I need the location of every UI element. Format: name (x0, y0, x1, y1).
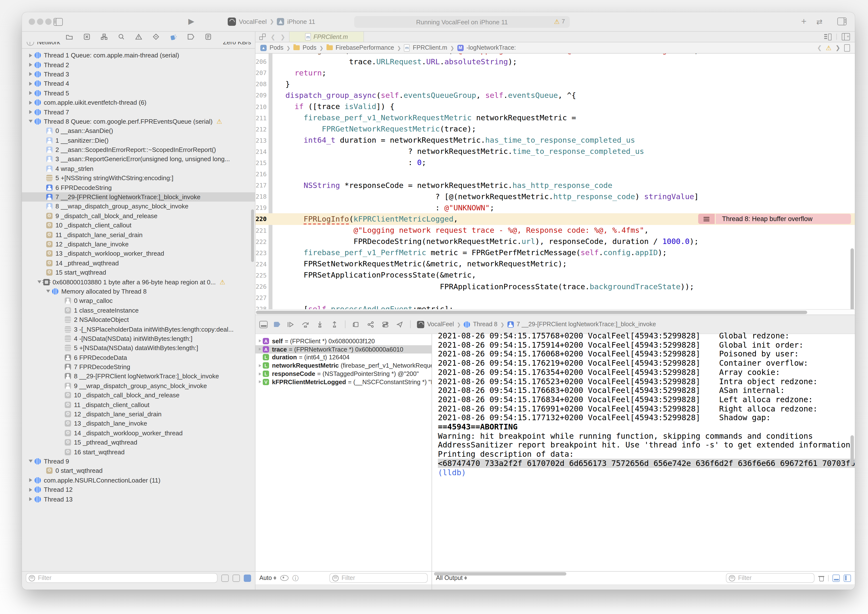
stack-frame-row[interactable]: 8 __wrap_dispatch_group_async_block_invo… (22, 202, 255, 211)
disclosure-right-icon[interactable] (28, 479, 34, 482)
memory-graph-icon[interactable] (366, 321, 375, 328)
variable-row[interactable]: LnetworkRequestMetric(firebase_perf_v1_N… (256, 362, 432, 370)
breadcrumb-file[interactable]: FPRClient.m (413, 44, 447, 51)
variable-row[interactable]: Aself= (FPRClient *) 0x60800003f120 (256, 337, 432, 345)
inspector-toggle-icon[interactable] (837, 17, 846, 25)
editor-options-icon[interactable] (824, 34, 831, 40)
code-line[interactable]: 207 return; (256, 67, 855, 78)
step-out-icon[interactable] (330, 321, 339, 328)
editor-hscrollbar[interactable] (256, 309, 855, 314)
code-line[interactable]: 218 ? [@(networkRequestMetric.http_respo… (256, 191, 855, 202)
disclosure-right-icon[interactable] (28, 101, 34, 104)
code-line[interactable]: 225 FPRSetApplicationProcessState(&metri… (256, 270, 855, 281)
code-line[interactable]: 217 NSString *responseCode = networkRequ… (256, 180, 855, 191)
navigator-toggle-icon[interactable] (54, 18, 63, 26)
disclosure-right-icon[interactable] (257, 372, 263, 375)
stack-frame-row[interactable]: 6 FPRDecodeString (22, 183, 255, 192)
code-line[interactable]: 219 : @"UNKNOWN"; (256, 202, 855, 213)
stack-frame-row[interactable]: 0x608000103880 1 byte after a 96-byte he… (22, 277, 255, 287)
stack-frame-row[interactable]: 9 _dispatch_call_block_and_release (22, 211, 255, 221)
show-only-running-icon[interactable] (232, 574, 240, 581)
simulate-location-icon[interactable] (395, 321, 404, 328)
stack-frame-row[interactable]: 9 __wrap_dispatch_group_async_block_invo… (22, 381, 255, 390)
code-line[interactable]: 215 : 0; (256, 157, 855, 168)
thread-row[interactable]: Thread 2 (22, 60, 255, 70)
stack-frame-row[interactable]: 11 _dispatch_lane_serial_drain (22, 230, 255, 239)
variables-scope-select[interactable]: Auto (259, 575, 276, 581)
stack-frame-row[interactable]: 13 _dispatch_lane_invoke (22, 419, 255, 428)
show-variables-pane-icon[interactable] (832, 574, 840, 581)
breadcrumb-pods-group[interactable]: Pods (303, 44, 316, 51)
console-hscrollbar[interactable] (434, 572, 566, 575)
counterpart-doc-icon[interactable] (844, 44, 850, 51)
variable-row[interactable]: Lduration= (int64_t) 126404 (256, 353, 432, 362)
code-line[interactable]: 209 dispatch_group_async(self.eventsQueu… (256, 90, 855, 101)
stack-frame-row[interactable]: 2 NSAllocateObject (22, 315, 255, 325)
disclosure-right-icon[interactable] (28, 110, 34, 114)
stack-frame-row[interactable]: 5 +[NSString stringWithCString:encoding:… (22, 173, 255, 183)
show-console-pane-icon[interactable] (844, 574, 851, 581)
thread-row[interactable]: Memory allocated by Thread 8 (22, 287, 255, 296)
console-mode-select[interactable]: All Output (436, 575, 467, 581)
code-line[interactable]: 213 int64_t duration = networkRequestMet… (256, 135, 855, 146)
stack-frame-row[interactable]: 12 _dispatch_lane_invoke (22, 239, 255, 249)
disclosure-right-icon[interactable] (257, 340, 263, 342)
variables-filter-input[interactable] (341, 574, 425, 582)
test-navigator-icon[interactable] (153, 34, 159, 40)
symbol-navigator-icon[interactable] (101, 34, 107, 40)
zoom-window-button[interactable] (45, 19, 51, 25)
stack-frame-row[interactable]: 4 -[NSData(NSData) initWithBytes:length:… (22, 334, 255, 343)
source-control-navigator-icon[interactable] (84, 34, 90, 40)
stack-frame-row[interactable]: 2 __asan::ScopedInErrorReport::~ScopedIn… (22, 145, 255, 155)
stack-frame-row[interactable]: 1 class_createInstance (22, 306, 255, 315)
code-line[interactable]: 223 firebase_perf_v1_PerfMetric metric =… (256, 247, 855, 258)
environment-overrides-icon[interactable] (381, 321, 389, 328)
stack-frame-row[interactable]: 0 wrap_calloc (22, 296, 255, 306)
step-into-icon[interactable] (316, 321, 324, 328)
disclosure-right-icon[interactable] (28, 91, 34, 95)
console-filter-input[interactable] (737, 574, 812, 582)
code-line[interactable]: 208 } (256, 79, 855, 90)
thread-row[interactable]: Thread 9 (22, 457, 255, 466)
disclosure-right-icon[interactable] (257, 348, 263, 351)
stack-frame-row[interactable]: 0 __asan::AsanDie() (22, 126, 255, 135)
code-line[interactable]: 227 (256, 292, 855, 303)
scheme-selector[interactable]: VocalFeel ❯ iPhone 11 (228, 17, 315, 26)
stack-frame-row[interactable]: 5 +[NSData(NSData) dataWithBytes:length:… (22, 343, 255, 353)
stack-frame-row[interactable]: 1 __sanitizer::Die() (22, 135, 255, 145)
thread-row[interactable]: Thread 3 (22, 70, 255, 79)
code-line[interactable]: 220 FPRLogInfo(kFPRClientMetricLogged,Th… (256, 213, 855, 225)
stack-frame-row[interactable]: 7 __29-[FPRClient logNetworkTrace:]_bloc… (22, 192, 255, 202)
thread-row[interactable]: com.apple.NSURLConnectionLoader (11) (22, 476, 255, 485)
stack-frame-row[interactable]: 16 start_wqthread (22, 447, 255, 457)
thread-row[interactable]: Thread 8 Queue: com.google.perf.FPREvent… (22, 117, 255, 126)
tab-fprclient[interactable]: m FPRClient.m (289, 32, 364, 42)
disclosure-right-icon[interactable] (257, 381, 263, 384)
minimize-window-button[interactable] (37, 19, 43, 25)
stack-frame-row[interactable]: 4 wrap_strlen (22, 164, 255, 173)
debug-breadcrumb[interactable]: VocalFeel ❯ Thread 8 ❯ 7 __29-[FPRClient… (417, 321, 656, 328)
stack-frame-row[interactable]: 12 _dispatch_lane_serial_drain (22, 409, 255, 419)
quicklook-icon[interactable] (280, 575, 288, 581)
disclosure-right-icon[interactable] (257, 364, 263, 367)
debug-navigator-icon[interactable] (170, 33, 177, 40)
code-line[interactable]: 221 @"Logging network request trace - %@… (256, 225, 855, 236)
disclosure-right-icon[interactable] (28, 488, 34, 491)
stack-frame-row[interactable]: 8 __29-[FPRClient logNetworkTrace:]_bloc… (22, 372, 255, 381)
disclosure-right-icon[interactable] (28, 497, 34, 501)
tab-overview-icon[interactable] (259, 34, 266, 40)
stack-frame-row[interactable]: 11 _dispatch_client_callout (22, 400, 255, 409)
issue-navigator-icon[interactable] (135, 34, 142, 40)
code-line[interactable]: 216 (256, 168, 855, 180)
stack-frame-row[interactable]: 0 start_wqthread (22, 466, 255, 476)
code-line[interactable]: 224 FPRSetNetworkRequestMetric(&metric, … (256, 258, 855, 270)
console-output[interactable]: 2021-08-26 09:54:15.175768+0200 VocalFee… (432, 331, 855, 571)
console-vscrollbar[interactable] (851, 435, 854, 465)
code-line[interactable]: 205 FPRLogError(kFPRClientInvalidTrace, … (256, 54, 855, 56)
thread-row[interactable]: com.apple.uikit.eventfetch-thread (6) (22, 98, 255, 107)
library-add-icon[interactable]: ＋ (800, 17, 808, 25)
code-line[interactable]: 228 [self processAndLogEvent:metric]; (256, 303, 855, 309)
project-navigator-icon[interactable] (66, 34, 73, 40)
navigator-filter-field[interactable] (26, 573, 217, 583)
thread-row[interactable]: Thread 5 (22, 89, 255, 98)
